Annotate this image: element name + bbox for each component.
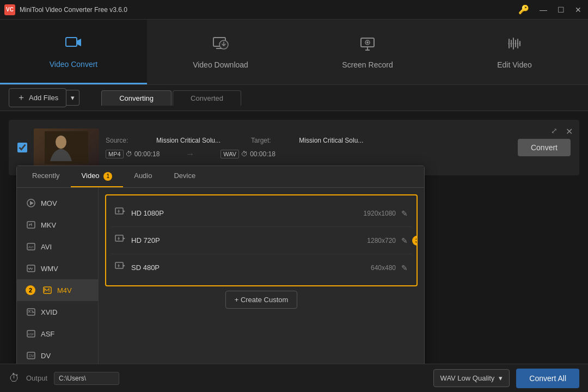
quality-item-sd480[interactable]: SD 480P 640x480 ✎ <box>111 254 412 281</box>
hd1080-edit-icon[interactable]: ✎ <box>401 209 408 218</box>
hd720-res: 1280x720 <box>367 237 396 244</box>
add-icon: ＋ <box>17 92 26 103</box>
svg-marker-10 <box>30 201 34 205</box>
svg-text:DV: DV <box>29 354 34 358</box>
tab-converted[interactable]: Converted <box>173 90 241 106</box>
screen-record-icon <box>359 35 376 56</box>
sd480-name: SD 480P <box>131 264 365 272</box>
tab-audio[interactable]: Audio <box>123 166 163 187</box>
format-selector-label: WAV Low Quality <box>440 374 495 382</box>
sd480-res: 640x480 <box>371 264 396 272</box>
clock-icon-source: ⏱ <box>126 150 132 158</box>
format-selector-chevron: ▾ <box>499 374 503 382</box>
svg-rect-0 <box>66 38 77 46</box>
dropdown-tabs: Recently Video 1 Audio Device <box>17 166 424 188</box>
format-num-badge: 2 <box>26 285 35 295</box>
nav-edit-video[interactable]: Edit Video <box>441 20 588 84</box>
format-selector[interactable]: WAV Low Quality ▾ <box>433 369 510 387</box>
format-item-m4v[interactable]: 2 M4V <box>17 279 98 301</box>
quality-section-badge: 3 <box>412 236 418 246</box>
hd1080-res: 1920x1080 <box>364 210 396 217</box>
format-row: MP4 ⏱ 00:00:18 → WAV ⏱ 00:00:18 <box>106 149 511 159</box>
svg-rect-16 <box>27 309 35 315</box>
video-convert-icon <box>65 34 82 56</box>
sd480-icon <box>115 261 126 274</box>
file-info: Source: Mission Critical Solu... Target:… <box>106 137 511 159</box>
hd720-name: HD 720P <box>131 236 362 244</box>
hd1080-icon <box>115 206 126 220</box>
svg-point-5 <box>366 41 369 44</box>
toolbar: ＋ Add Files ▾ Converting Converted <box>0 85 588 111</box>
nav-video-download-label: Video Download <box>193 60 248 69</box>
format-list: MOV MKV AVI AVI <box>17 188 99 364</box>
dv-icon: DV <box>26 350 36 361</box>
format-list-inner: MOV MKV AVI AVI <box>17 192 98 364</box>
file-thumbnail <box>34 128 99 167</box>
format-item-asf[interactable]: ASF ASF <box>17 323 98 345</box>
format-item-avi[interactable]: AVI AVI <box>17 236 98 258</box>
hd720-edit-icon[interactable]: ✎ <box>401 236 408 245</box>
format-item-mkv[interactable]: MKV <box>17 214 98 236</box>
source-format-badge: MP4 ⏱ 00:00:18 <box>106 150 160 158</box>
svg-marker-24 <box>123 237 125 240</box>
minimize-button[interactable]: — <box>538 5 549 14</box>
main-content: Source: Mission Critical Solu... Target:… <box>0 111 588 364</box>
convert-all-button[interactable]: Convert All <box>516 369 579 388</box>
tab-video[interactable]: Video 1 <box>71 166 124 187</box>
output-label: Output <box>26 374 47 382</box>
close-row-button[interactable]: ✕ <box>566 126 573 137</box>
hd1080-name: HD 1080P <box>131 209 358 217</box>
add-files-button[interactable]: ＋ Add Files <box>9 88 66 107</box>
key-icon[interactable]: 🔑 <box>518 4 529 15</box>
clock-icon-target: ⏱ <box>241 150 248 158</box>
svg-text:ASF: ASF <box>28 333 34 336</box>
nav-screen-record[interactable]: Screen Record <box>294 20 441 84</box>
svg-text:AVI: AVI <box>28 246 34 249</box>
nav-video-convert[interactable]: Video Convert <box>0 20 147 84</box>
app-title: MiniTool Video Converter Free v3.6.0 <box>20 6 518 14</box>
avi-icon: AVI <box>26 241 36 252</box>
source-target-row: Source: Mission Critical Solu... Target:… <box>106 137 511 145</box>
hd720-icon <box>115 234 126 247</box>
tab-container: Converting Converted <box>101 90 241 106</box>
dropdown-content: MOV MKV AVI AVI <box>17 188 424 364</box>
file-checkbox[interactable] <box>17 143 27 152</box>
expand-icon[interactable]: ⤢ <box>551 126 558 135</box>
source-label: Source: <box>106 137 128 145</box>
nav-video-convert-label: Video Convert <box>50 60 97 69</box>
format-item-xvid[interactable]: XVID <box>17 301 98 323</box>
app-logo: VC <box>4 4 15 15</box>
format-item-wmv[interactable]: WMV <box>17 258 98 279</box>
quality-item-hd720[interactable]: HD 720P 1280x720 ✎ <box>111 227 412 254</box>
window-controls: — ☐ ✕ <box>538 5 584 14</box>
nav-video-download[interactable]: Video Download <box>147 20 294 84</box>
target-value: Mission Critical Solu... <box>299 137 363 145</box>
nav-edit-video-label: Edit Video <box>497 60 532 69</box>
format-item-dv[interactable]: DV DV <box>17 345 98 364</box>
thumbnail-image <box>34 128 99 167</box>
edit-video-icon <box>506 35 523 56</box>
create-custom-button[interactable]: + Create Custom <box>225 291 298 309</box>
source-value: Mission Critical Solu... <box>156 137 220 145</box>
add-files-label: Add Files <box>29 94 58 102</box>
navbar: Video Convert Video Download Screen Reco… <box>0 20 588 85</box>
sd480-edit-icon[interactable]: ✎ <box>401 264 408 272</box>
format-item-mov[interactable]: MOV <box>17 192 98 214</box>
maximize-button[interactable]: ☐ <box>555 5 566 14</box>
video-tab-badge: 1 <box>103 172 112 181</box>
add-files-dropdown-button[interactable]: ▾ <box>66 90 79 106</box>
tab-recently[interactable]: Recently <box>21 166 71 187</box>
output-path[interactable]: C:\Users\ <box>54 372 119 385</box>
target-label: Target: <box>251 137 271 145</box>
close-button[interactable]: ✕ <box>573 5 584 14</box>
convert-button[interactable]: Convert <box>518 139 571 156</box>
svg-rect-8 <box>45 131 88 164</box>
video-download-icon <box>212 35 229 56</box>
svg-marker-26 <box>123 265 125 267</box>
tab-converting[interactable]: Converting <box>101 90 171 106</box>
tab-device[interactable]: Device <box>163 166 206 187</box>
quality-item-hd1080[interactable]: HD 1080P 1920x1080 ✎ <box>111 200 412 227</box>
asf-icon: ASF <box>26 328 36 339</box>
wmv-icon <box>26 263 36 274</box>
nav-screen-record-label: Screen Record <box>342 60 393 69</box>
